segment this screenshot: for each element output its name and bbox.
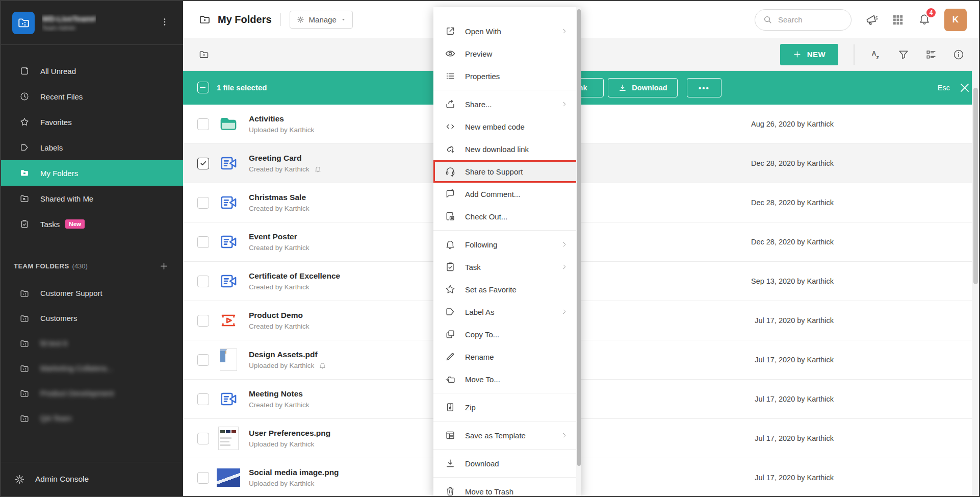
avatar[interactable]: K xyxy=(944,9,967,31)
megaphone-icon[interactable] xyxy=(865,13,878,27)
list-view-icon[interactable] xyxy=(925,48,937,61)
menu-item-zip[interactable]: Zip xyxy=(433,396,581,418)
row-checkbox[interactable] xyxy=(197,197,209,209)
menu-item-check-out[interactable]: Check Out... xyxy=(433,205,581,228)
more-actions-button[interactable]: ••• xyxy=(687,78,721,97)
menu-item-properties[interactable]: Properties xyxy=(433,65,581,87)
menu-item-download[interactable]: Download xyxy=(433,452,581,475)
context-menu: Open WithPreviewPropertiesShare...New em… xyxy=(433,7,581,496)
context-menu-scrollbar[interactable] xyxy=(576,7,581,496)
row-checkbox[interactable] xyxy=(197,433,209,444)
manage-button[interactable]: Manage xyxy=(290,11,353,29)
breadcrumb-folder-icon[interactable] xyxy=(198,49,210,60)
sidebar-item-all-unread[interactable]: All Unread xyxy=(1,58,183,84)
file-date: Dec 28, 2020 by Karthick xyxy=(751,198,834,207)
team-folder-item-customer-support[interactable]: Customer Support xyxy=(1,281,183,306)
announcement-doc-icon xyxy=(217,271,240,291)
menu-divider xyxy=(433,90,581,90)
scrollbar-thumb[interactable] xyxy=(973,88,978,284)
team-folder-item-marketing-collatera[interactable]: Marketing Collatera... xyxy=(1,356,183,381)
add-team-folder-button[interactable] xyxy=(159,261,169,271)
menu-item-open-with[interactable]: Open With xyxy=(433,20,581,42)
team-folder-label: Customers xyxy=(40,314,78,322)
row-checkbox[interactable] xyxy=(197,158,209,169)
menu-item-label: Add Comment... xyxy=(465,190,520,198)
menu-item-new-download-link[interactable]: New download link xyxy=(433,138,581,160)
info-icon[interactable] xyxy=(952,48,965,61)
team-folder-icon xyxy=(19,338,30,349)
menu-item-set-as-favorite[interactable]: Set as Favorite xyxy=(433,278,581,301)
menu-item-share-to-support[interactable]: Share to Support xyxy=(433,160,581,183)
search-input[interactable] xyxy=(777,15,841,24)
video-icon xyxy=(218,310,239,331)
row-checkbox[interactable] xyxy=(197,354,209,366)
team-folder-item-fd-test-6[interactable]: fd test 6 xyxy=(1,331,183,356)
file-date: Aug 26, 2020 by Karthick xyxy=(751,120,834,128)
team-folder-item-product-development[interactable]: Product Development xyxy=(1,381,183,406)
new-button[interactable]: NEW xyxy=(780,44,838,65)
team-folder-icon xyxy=(19,413,30,424)
close-icon[interactable] xyxy=(958,81,971,94)
team-folder-icon xyxy=(19,313,30,324)
team-folder-label: Customer Support xyxy=(40,289,102,297)
menu-item-label: New download link xyxy=(465,145,529,154)
sidebar-item-tasks[interactable]: TasksNew xyxy=(1,211,183,237)
menu-item-following[interactable]: Following xyxy=(433,233,581,256)
sidebar-item-labels[interactable]: Labels xyxy=(1,135,183,160)
select-all-checkbox[interactable] xyxy=(197,82,209,93)
team-folders-list: Customer SupportCustomersfd test 6Market… xyxy=(1,281,183,431)
row-checkbox[interactable] xyxy=(197,393,209,405)
sidebar-item-my-folders[interactable]: My Folders xyxy=(1,160,183,186)
menu-item-share[interactable]: Share... xyxy=(433,93,581,115)
menu-item-save-as-template[interactable]: Save as Template xyxy=(433,424,581,446)
row-checkbox[interactable] xyxy=(197,118,209,130)
menu-item-preview[interactable]: Preview xyxy=(433,42,581,65)
row-checkbox[interactable] xyxy=(197,236,209,248)
sidebar-item-shared-with-me[interactable]: Shared with Me xyxy=(1,186,183,211)
menu-item-label-as[interactable]: Label As xyxy=(433,301,581,323)
row-checkbox[interactable] xyxy=(197,472,209,484)
menu-item-label: Move to Trash xyxy=(465,487,513,496)
rename-icon xyxy=(445,351,456,362)
team-switcher[interactable]: WD-LiveTeam# Team Admin xyxy=(1,1,183,45)
menu-item-task[interactable]: Task xyxy=(433,256,581,278)
menu-item-new-embed-code[interactable]: New embed code xyxy=(433,115,581,138)
download-button[interactable]: Download xyxy=(608,78,678,97)
team-folder-item-qa-team[interactable]: QA Team xyxy=(1,406,183,431)
menu-item-copy-to[interactable]: Copy To... xyxy=(433,323,581,345)
open-with-icon xyxy=(445,26,456,37)
support-icon xyxy=(445,166,456,177)
kebab-menu-icon[interactable] xyxy=(160,13,170,31)
menu-item-label: Check Out... xyxy=(465,212,507,221)
notifications-button[interactable]: 4 xyxy=(918,12,931,28)
sort-az-icon[interactable]: Az xyxy=(870,48,882,61)
clock-icon xyxy=(19,91,30,102)
menu-item-move-to-trash[interactable]: Move to Trash xyxy=(433,480,581,496)
row-checkbox[interactable] xyxy=(197,276,209,287)
menu-item-add-comment[interactable]: Add Comment... xyxy=(433,183,581,205)
team-folder-item-customers[interactable]: Customers xyxy=(1,306,183,331)
sidebar-item-favorites[interactable]: Favorites xyxy=(1,109,183,135)
file-name: Christmas Sale xyxy=(249,193,310,202)
file-date: Dec 28, 2020 by Karthick xyxy=(751,159,834,167)
unread-icon xyxy=(19,66,30,76)
search-box[interactable] xyxy=(755,9,852,31)
menu-item-move-to[interactable]: Move To... xyxy=(433,368,581,390)
png-thumbnail xyxy=(218,427,239,450)
apps-grid-icon[interactable] xyxy=(891,13,905,27)
sidebar-item-recent-files[interactable]: Recent Files xyxy=(1,84,183,109)
team-folder-icon xyxy=(17,16,31,30)
page-scrollbar[interactable] xyxy=(972,38,979,496)
download-icon xyxy=(445,458,456,469)
filter-icon[interactable] xyxy=(897,48,910,61)
sidebar-item-label: Recent Files xyxy=(40,92,83,101)
scrollbar-thumb[interactable] xyxy=(577,9,581,466)
row-checkbox[interactable] xyxy=(197,315,209,327)
menu-item-rename[interactable]: Rename xyxy=(433,345,581,368)
bell-icon xyxy=(445,239,456,250)
admin-console-button[interactable]: Admin Console xyxy=(1,462,183,496)
chevron-right-icon xyxy=(561,241,568,248)
download-icon xyxy=(618,83,627,92)
announcement-doc-icon xyxy=(217,192,240,213)
folder-green-icon xyxy=(217,114,240,134)
